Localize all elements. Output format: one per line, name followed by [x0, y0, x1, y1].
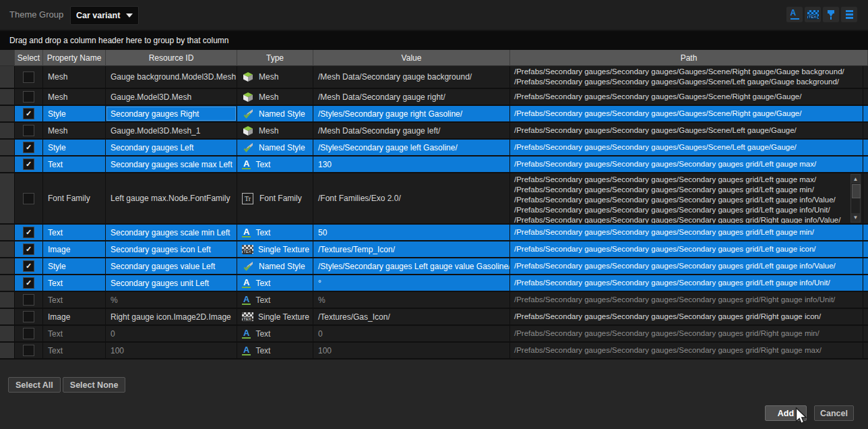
row-checkbox[interactable]	[23, 193, 34, 204]
row-checkbox[interactable]	[23, 244, 34, 255]
row-checkbox[interactable]	[23, 311, 34, 322]
row-checkbox[interactable]	[23, 277, 34, 289]
table-row[interactable]: TextSecondary gauges scale min LeftAText…	[0, 225, 868, 241]
table-header-row: Select Property Name Resource ID Type Va…	[0, 50, 868, 66]
table-row[interactable]: StyleSecondary gauges LeftNamed Style/St…	[0, 140, 868, 156]
type-cell: AText	[237, 156, 313, 172]
theme-group-dropdown[interactable]: Car variant	[70, 6, 139, 25]
add-button[interactable]: Add	[765, 405, 807, 421]
texture-filter-button[interactable]: TEX	[805, 7, 821, 22]
list-filter-button[interactable]	[841, 7, 857, 22]
table-row[interactable]: ImageSecondary gauges icon LeftTEXSingle…	[0, 241, 868, 258]
resource-id-cell[interactable]: Secondary gauges scale max Left	[106, 156, 237, 172]
resource-id-cell[interactable]: Secondary gauges Left	[106, 140, 237, 155]
resource-id-cell[interactable]: %	[106, 292, 237, 308]
table-row[interactable]: Font FamilyLeft gauge max.Node.FontFamil…	[0, 173, 868, 225]
style-type-icon	[242, 109, 254, 119]
value-cell: 130	[313, 156, 510, 172]
resource-id-cell[interactable]: Secondary gauges value Left	[106, 258, 237, 274]
row-indicator	[0, 66, 15, 88]
resource-id-cell[interactable]: Secondary gauges icon Left	[106, 241, 237, 257]
path-line: /Prefabs/Secondary gauges/Secondary gaug…	[514, 142, 797, 152]
header-resource-id[interactable]: Resource ID	[106, 50, 237, 66]
table-row[interactable]: MeshGauge background.Model3D.MeshMesh/Me…	[0, 66, 868, 89]
table-row[interactable]: StyleSecondary gauges RightNamed Style/S…	[0, 106, 868, 123]
table-row[interactable]: Text%AText%/Prefabs/Secondary gauges/Sec…	[0, 292, 868, 309]
table-row[interactable]: MeshGauge.Model3D.MeshMesh/Mesh Data/Sec…	[0, 89, 868, 106]
header-select[interactable]: Select	[15, 50, 43, 66]
path-line: /Prefabs/Secondary gauges/Secondary gaug…	[514, 205, 830, 215]
cancel-button[interactable]: Cancel	[814, 405, 854, 421]
resource-id-cell[interactable]: 100	[106, 343, 237, 358]
path-cell: /Prefabs/Secondary gauges/Secondary gaug…	[510, 156, 863, 172]
list-filter-icon	[846, 10, 853, 19]
select-cell	[15, 292, 43, 308]
row-gutter	[863, 326, 868, 341]
row-checkbox[interactable]	[23, 91, 34, 103]
resource-id-cell[interactable]: Right gauge icon.Image2D.Image	[106, 309, 237, 324]
mesh-type-icon	[242, 92, 254, 103]
row-checkbox[interactable]	[23, 328, 34, 339]
row-indicator	[0, 123, 15, 138]
texture-filter-icon: TEX	[807, 10, 819, 19]
row-checkbox[interactable]	[23, 345, 34, 356]
row-checkbox[interactable]	[23, 159, 34, 170]
resource-id-cell[interactable]: Secondary gauges unit Left	[106, 275, 237, 291]
path-cell: /Prefabs/Secondary gauges/Secondary gaug…	[510, 225, 863, 240]
row-checkbox[interactable]	[23, 260, 34, 272]
resource-id-cell[interactable]: 0	[106, 326, 237, 341]
group-by-drop-zone[interactable]: Drag and drop a column header here to gr…	[0, 31, 868, 50]
row-checkbox[interactable]	[23, 142, 34, 153]
type-cell: Mesh	[237, 66, 313, 88]
header-property-name[interactable]: Property Name	[43, 50, 106, 66]
row-checkbox[interactable]	[23, 125, 34, 136]
select-all-button[interactable]: Select All	[8, 377, 61, 393]
type-cell: Named Style	[237, 106, 313, 121]
select-none-button[interactable]: Select None	[63, 377, 126, 393]
resource-id-cell[interactable]: Gauge.Model3D.Mesh	[106, 89, 237, 105]
theme-group-dropdown-value: Car variant	[76, 11, 120, 20]
header-path[interactable]: Path	[510, 50, 868, 66]
row-checkbox[interactable]	[23, 227, 34, 238]
select-cell	[15, 225, 43, 240]
type-cell: AText	[237, 326, 313, 341]
row-checkbox[interactable]	[23, 108, 34, 119]
resource-id-cell[interactable]: Gauge background.Model3D.Mesh	[106, 66, 237, 88]
path-line: /Prefabs/Secondary gauges/Secondary gaug…	[514, 227, 814, 237]
row-checkbox[interactable]	[23, 294, 34, 306]
table-row[interactable]: StyleSecondary gauges value LeftNamed St…	[0, 258, 868, 275]
value-cell: /Font Families/Exo 2.0/	[313, 173, 510, 223]
value-cell: /Styles/Secondary gauge right Gasoline/	[313, 106, 510, 121]
resource-id-cell[interactable]: Left gauge max.Node.FontFamily	[106, 173, 237, 223]
scrollbar-down-button[interactable]: ▼	[851, 213, 860, 222]
table-row[interactable]: Text0AText0/Prefabs/Secondary gauges/Sec…	[0, 326, 868, 343]
font-filter-button[interactable]: A	[786, 7, 803, 22]
cell-scrollbar[interactable]: ▲▼	[850, 174, 861, 223]
scrollbar-thumb[interactable]	[852, 184, 861, 198]
path-line: /Prefabs/Secondary gauges/Secondary gaug…	[514, 345, 822, 355]
path-line: /Prefabs/Secondary gauges/Secondary gaug…	[514, 195, 836, 205]
mesh-type-icon	[242, 125, 254, 136]
resource-id-cell[interactable]: Gauge.Model3D.Mesh_1	[106, 123, 237, 138]
resource-id-cell[interactable]: Secondary gauges Right	[106, 106, 237, 121]
property-name-cell: Style	[43, 140, 106, 155]
row-indicator	[0, 140, 15, 155]
font-type-icon: Tr	[242, 193, 253, 204]
table-row[interactable]: Text100AText100/Prefabs/Secondary gauges…	[0, 343, 868, 360]
type-label: Named Style	[259, 143, 305, 152]
property-name-cell: Text	[43, 156, 106, 172]
header-type[interactable]: Type	[237, 50, 313, 66]
scrollbar-up-button[interactable]: ▲	[851, 175, 860, 183]
path-line: /Prefabs/Secondary gauges/Secondary gaug…	[514, 159, 816, 169]
table-row[interactable]: MeshGauge.Model3D.Mesh_1Mesh/Mesh Data/S…	[0, 123, 868, 140]
header-value[interactable]: Value	[313, 50, 510, 66]
brush-filter-button[interactable]	[823, 7, 839, 22]
table-row[interactable]: TextSecondary gauges unit LeftAText°/Pre…	[0, 275, 868, 292]
resource-id-cell[interactable]: Secondary gauges scale min Left	[106, 225, 237, 240]
value-cell: /Styles/Secondary gauges Left gauge valu…	[313, 258, 510, 274]
row-checkbox[interactable]	[23, 72, 34, 83]
row-gutter	[863, 123, 868, 138]
table-row[interactable]: ImageRight gauge icon.Image2D.ImageTEXSi…	[0, 309, 868, 326]
table-row[interactable]: TextSecondary gauges scale max LeftAText…	[0, 156, 868, 173]
path-cell: /Prefabs/Secondary gauges/Secondary gaug…	[510, 66, 863, 88]
